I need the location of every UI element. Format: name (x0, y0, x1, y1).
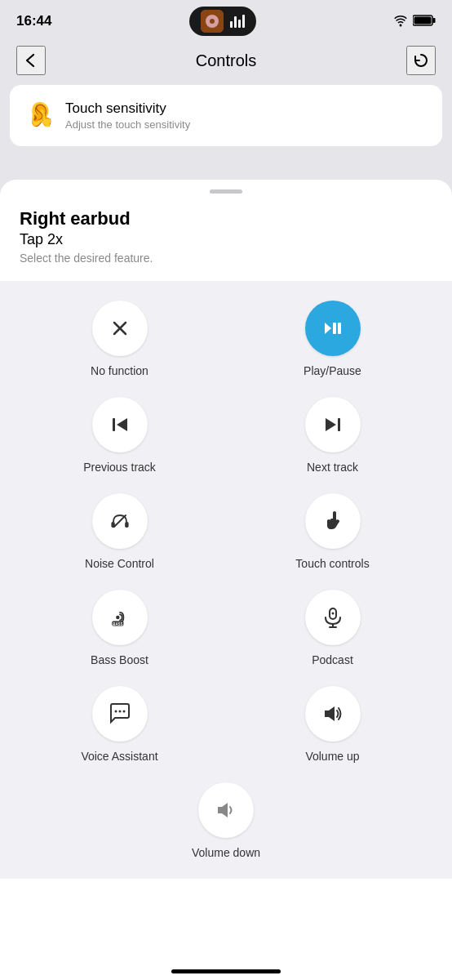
svg-marker-30 (325, 706, 335, 721)
battery-level (413, 15, 436, 29)
page-title: Controls (196, 51, 256, 70)
svg-marker-10 (325, 323, 331, 334)
bar2 (234, 16, 237, 28)
refresh-button[interactable] (406, 46, 436, 75)
svg-point-2 (210, 19, 215, 24)
refresh-icon (412, 51, 430, 69)
bar4 (242, 15, 245, 28)
svg-rect-11 (333, 323, 336, 334)
svg-rect-12 (338, 323, 341, 334)
option-volume-up[interactable]: Volume up (233, 686, 432, 763)
option-volume-down[interactable]: Volume down (192, 782, 260, 859)
options-grid-single: Volume down (0, 782, 452, 879)
sheet-title: Right earbud (20, 208, 432, 229)
svg-point-27 (114, 710, 117, 713)
wifi-icon (393, 16, 408, 27)
status-center (189, 7, 256, 36)
option-touch-controls[interactable]: Touch controls (233, 493, 432, 570)
svg-rect-15 (338, 418, 340, 431)
touch-sensitivity-card[interactable]: 👂 👆 Touch sensitivity Adjust the touch s… (10, 85, 442, 146)
options-grid: No function Play/Pause (0, 281, 452, 782)
sheet-handle (210, 189, 242, 194)
svg-rect-18 (125, 522, 128, 528)
svg-marker-14 (117, 418, 127, 431)
touch-controls-label: Touch controls (295, 557, 369, 570)
music-bars (230, 15, 245, 28)
voice-assistant-icon (108, 702, 132, 726)
touch-sensitivity-title: Touch sensitivity (65, 100, 190, 117)
podcast-circle (305, 590, 361, 645)
previous-track-circle (92, 397, 148, 452)
battery-icon (413, 15, 436, 26)
no-function-label: No function (91, 364, 148, 377)
svg-point-26 (331, 612, 334, 615)
podcast-icon (321, 605, 345, 630)
svg-point-28 (118, 710, 121, 713)
touch-sensitivity-icon: 👂 👆 (24, 98, 54, 133)
svg-rect-5 (414, 16, 431, 24)
status-right (393, 15, 436, 29)
volume-up-label: Volume up (305, 750, 359, 763)
bottom-sheet: Right earbud Tap 2x Select the desired f… (0, 180, 452, 980)
option-previous-track[interactable]: Previous track (20, 397, 219, 474)
volume-down-icon (214, 798, 238, 822)
svg-marker-31 (218, 803, 228, 817)
status-time: 16:44 (16, 13, 51, 29)
option-next-track[interactable]: Next track (233, 397, 432, 474)
svg-point-20 (116, 616, 119, 619)
no-function-icon (108, 316, 132, 341)
home-indicator (171, 969, 281, 973)
play-pause-icon (321, 316, 345, 341)
status-bar: 16:44 (0, 0, 452, 39)
previous-track-icon (108, 412, 132, 437)
music-app-icon (201, 10, 224, 33)
svg-point-29 (122, 710, 125, 713)
volume-down-circle (198, 782, 254, 838)
svg-rect-4 (432, 18, 435, 23)
svg-text:👆: 👆 (38, 112, 54, 127)
sheet-subtitle: Tap 2x (20, 231, 432, 248)
option-podcast[interactable]: Podcast (233, 590, 432, 666)
touch-controls-circle (305, 493, 361, 549)
nav-bar: Controls (0, 39, 452, 85)
option-no-function[interactable]: No function (20, 301, 219, 377)
option-play-pause[interactable]: Play/Pause (233, 301, 432, 377)
play-pause-label: Play/Pause (304, 364, 361, 377)
touch-sensitivity-text: Touch sensitivity Adjust the touch sensi… (65, 100, 190, 131)
bass-boost-icon: BASS (108, 605, 132, 630)
svg-text:BASS: BASS (113, 622, 122, 626)
podcast-label: Podcast (312, 653, 353, 666)
bass-boost-circle: BASS (92, 590, 148, 645)
bass-boost-label: Bass Boost (91, 653, 148, 666)
ear-touch-icon: 👂 👆 (24, 98, 54, 127)
volume-up-circle (305, 686, 361, 742)
play-pause-circle (305, 301, 361, 356)
back-button[interactable] (16, 46, 46, 75)
touch-controls-icon (321, 509, 345, 533)
voice-assistant-label: Voice Assistant (81, 750, 157, 763)
previous-track-label: Previous track (83, 461, 156, 474)
noise-control-label: Noise Control (85, 557, 154, 570)
voice-assistant-circle (92, 686, 148, 742)
back-icon (22, 51, 40, 69)
touch-sensitivity-desc: Adjust the touch sensitivity (65, 118, 190, 131)
option-bass-boost[interactable]: BASS Bass Boost (20, 590, 219, 666)
noise-control-icon (108, 509, 132, 533)
sheet-description: Select the desired feature. (20, 252, 432, 265)
no-function-circle (92, 301, 148, 356)
noise-control-circle (92, 493, 148, 549)
volume-down-label: Volume down (192, 846, 260, 859)
next-track-circle (305, 397, 361, 452)
option-noise-control[interactable]: Noise Control (20, 493, 219, 570)
svg-marker-16 (326, 418, 336, 431)
bar3 (238, 20, 241, 28)
bar1 (230, 21, 233, 28)
next-track-label: Next track (307, 461, 358, 474)
next-track-icon (321, 412, 345, 437)
sheet-header: Right earbud Tap 2x Select the desired f… (0, 208, 452, 271)
svg-rect-13 (113, 418, 115, 431)
volume-up-icon (321, 702, 345, 726)
option-voice-assistant[interactable]: Voice Assistant (20, 686, 219, 763)
